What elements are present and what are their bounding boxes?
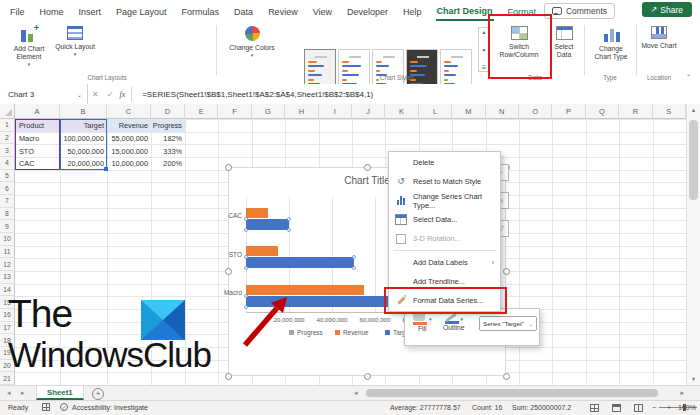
menu-tab-home[interactable]: Home — [39, 3, 65, 20]
insert-function-icon[interactable]: fx — [119, 90, 125, 99]
menu-tab-formulas[interactable]: Formulas — [181, 3, 221, 20]
column-header-m[interactable]: M — [452, 104, 485, 119]
bar-revenue-cac[interactable] — [246, 208, 268, 218]
column-header-p[interactable]: P — [552, 104, 585, 119]
sheet-tab-sheet1[interactable]: Sheet1 — [36, 386, 84, 400]
vertical-scrollbar[interactable]: ▲ ▼ — [686, 104, 700, 385]
normal-view-icon[interactable] — [590, 404, 599, 412]
column-header-q[interactable]: Q — [586, 104, 619, 119]
menu-item-change-series-chart-type[interactable]: Change Series Chart Type... — [389, 191, 500, 210]
column-header-k[interactable]: K — [385, 104, 418, 119]
sheet-nav-left-icon[interactable]: ◂ — [7, 389, 11, 397]
column-header-g[interactable]: G — [252, 104, 285, 119]
row-header-4[interactable]: 4 — [0, 157, 15, 170]
change-colors-button[interactable]: Change Colors ▾ — [226, 26, 278, 58]
select-all-corner[interactable] — [0, 104, 15, 119]
menu-tab-format[interactable]: Format — [507, 3, 538, 20]
ribbon-collapse-icon[interactable]: ⌄ — [686, 70, 691, 77]
column-header-d[interactable]: D — [151, 104, 185, 119]
add-chart-element-button[interactable]: + Add Chart Element ▾ — [6, 26, 52, 67]
column-header-e[interactable]: E — [185, 104, 218, 119]
cell-B3[interactable]: 50,000,000 — [61, 145, 107, 157]
cancel-icon[interactable]: ✕ — [92, 90, 99, 99]
row-header-1[interactable]: 1 — [0, 119, 15, 132]
row-header-11[interactable]: 11 — [0, 246, 15, 259]
horizontal-scrollbar[interactable]: ◂ ▸ — [352, 388, 686, 398]
row-header-5[interactable]: 5 — [0, 170, 15, 183]
row-header-10[interactable]: 10 — [0, 233, 15, 246]
row-header-8[interactable]: 8 — [0, 208, 15, 221]
change-chart-type-button[interactable]: Change Chart Type — [590, 26, 632, 61]
column-header-h[interactable]: H — [285, 104, 318, 119]
menu-tab-review[interactable]: Review — [267, 3, 299, 20]
fill-handle[interactable] — [104, 167, 108, 171]
menu-tab-insert[interactable]: Insert — [78, 3, 103, 20]
horizontal-scroll-thumb[interactable] — [366, 389, 658, 397]
series-selector-dropdown[interactable]: Series "Target" ⌄ — [479, 316, 537, 331]
bar-revenue-sto[interactable] — [246, 246, 278, 256]
outline-button[interactable]: ▾ Outline — [443, 313, 465, 331]
scroll-up-icon[interactable]: ▲ — [687, 104, 700, 116]
share-button[interactable]: ↗ Share — [642, 2, 692, 17]
column-header-i[interactable]: I — [319, 104, 352, 119]
fill-button[interactable]: ▾ Fill — [413, 313, 432, 332]
name-box[interactable]: Chart 3 ⌄ — [0, 84, 88, 104]
move-chart-button[interactable]: Move Chart — [640, 26, 678, 50]
chart-resize-handle[interactable] — [503, 268, 510, 275]
formula-input[interactable]: =SERIES(Sheet1!$B$1,Sheet1!$A$2:$A$4,She… — [142, 90, 373, 99]
menu-tab-developer[interactable]: Developer — [346, 3, 389, 20]
chart-resize-handle[interactable] — [364, 373, 371, 380]
cell-A3[interactable]: STO — [16, 145, 60, 157]
column-header-j[interactable]: J — [352, 104, 385, 119]
menu-item-format-data-series[interactable]: Format Data Series... — [389, 291, 500, 310]
comments-button[interactable]: Comments — [544, 3, 615, 19]
chart-resize-handle[interactable] — [503, 373, 510, 380]
gallery-more-icon[interactable]: ☰ — [482, 64, 486, 70]
menu-item-add-trendline[interactable]: Add Trendline... — [389, 272, 500, 291]
cell-D1[interactable]: Progress — [152, 120, 185, 132]
gallery-up-icon[interactable]: ▲ — [482, 29, 487, 35]
accessibility-status[interactable]: Accessibility: Investigate — [72, 404, 148, 411]
menu-tab-view[interactable]: View — [312, 3, 333, 20]
cell-A2[interactable]: Macro — [16, 133, 60, 145]
menu-tab-chart-design[interactable]: Chart Design — [436, 2, 494, 21]
cell-D4[interactable]: 200% — [152, 158, 185, 170]
row-header-2[interactable]: 2 — [0, 132, 15, 145]
column-header-c[interactable]: C — [107, 104, 151, 119]
zoom-in-icon[interactable]: + — [667, 404, 671, 411]
select-data-button[interactable]: Select Data — [548, 26, 580, 59]
chart-resize-handle[interactable] — [225, 268, 232, 275]
cell-B2[interactable]: 100,000,000 — [61, 133, 107, 145]
cell-D2[interactable]: 182% — [152, 133, 185, 145]
menu-item-add-data-labels[interactable]: Add Data Labels› — [389, 253, 500, 272]
column-header-n[interactable]: N — [486, 104, 519, 119]
bar-target-sto[interactable] — [246, 257, 354, 268]
gallery-down-icon[interactable]: ▼ — [482, 47, 487, 53]
column-header-r[interactable]: R — [619, 104, 652, 119]
page-layout-view-icon[interactable] — [612, 404, 621, 412]
vertical-scroll-thumb[interactable] — [689, 120, 698, 200]
legend-item-revenue[interactable]: Revenue — [335, 329, 369, 336]
cell-B4[interactable]: 20,000,000 — [61, 158, 107, 170]
cell-D3[interactable]: 333% — [152, 145, 185, 157]
menu-tab-page-layout[interactable]: Page Layout — [115, 3, 168, 20]
zoom-out-icon[interactable]: − — [652, 404, 656, 411]
menu-item-select-data[interactable]: Select Data... — [389, 210, 500, 229]
page-break-view-icon[interactable] — [634, 404, 643, 412]
cell-B1[interactable]: Target — [61, 120, 107, 132]
column-header-f[interactable]: F — [218, 104, 251, 119]
column-header-l[interactable]: L — [419, 104, 452, 119]
column-header-o[interactable]: O — [519, 104, 552, 119]
cell-A4[interactable]: CAC — [16, 158, 60, 170]
scroll-down-icon[interactable]: ▼ — [687, 373, 700, 385]
row-header-12[interactable]: 12 — [0, 258, 15, 271]
cell-C4[interactable]: 10,000,000 — [108, 158, 151, 170]
menu-tab-help[interactable]: Help — [402, 3, 423, 20]
menu-tab-file[interactable]: File — [9, 3, 26, 20]
row-header-21[interactable]: 21 — [0, 372, 15, 385]
bar-target-cac[interactable] — [246, 219, 289, 230]
row-header-3[interactable]: 3 — [0, 144, 15, 157]
chart-resize-handle[interactable] — [364, 164, 371, 171]
menu-item-reset-to-match-style[interactable]: ↺Reset to Match Style — [389, 172, 500, 191]
scroll-right-icon[interactable]: ▸ — [680, 389, 684, 397]
